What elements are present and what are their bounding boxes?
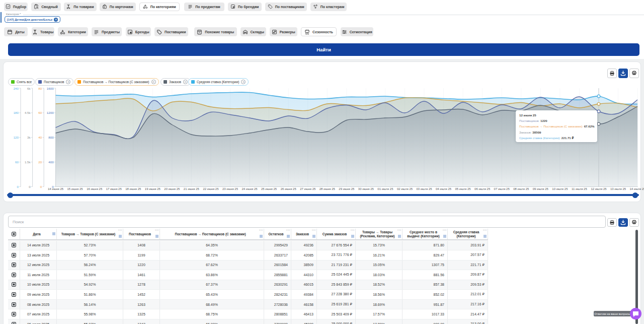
svg-text:12 июля 25: 12 июля 25 xyxy=(591,187,607,190)
svg-text:27 июня 25: 27 июня 25 xyxy=(300,187,316,190)
svg-text:02 июля 25: 02 июля 25 xyxy=(397,187,413,190)
svg-text:0: 0 xyxy=(17,185,19,188)
svg-text:24 июня 25: 24 июня 25 xyxy=(242,187,258,190)
svg-text:23 июня 25: 23 июня 25 xyxy=(222,187,238,190)
svg-text:28 июня 25: 28 июня 25 xyxy=(319,187,336,190)
svg-text:07 июля 25: 07 июля 25 xyxy=(494,187,510,190)
svg-text:3k: 3k xyxy=(27,136,31,139)
svg-text:10 июля 25: 10 июля 25 xyxy=(552,187,568,190)
svg-text:80: 80 xyxy=(38,87,42,90)
svg-text:0: 0 xyxy=(29,185,31,188)
svg-text:0: 0 xyxy=(40,185,42,188)
svg-text:08 июля 25: 08 июля 25 xyxy=(513,187,529,190)
svg-text:30 июня 25: 30 июня 25 xyxy=(358,187,374,190)
svg-text:03 июля 25: 03 июля 25 xyxy=(416,187,432,190)
svg-text:60: 60 xyxy=(15,160,19,164)
svg-text:1.5k: 1.5k xyxy=(25,160,31,164)
svg-text:26 июня 25: 26 июня 25 xyxy=(281,187,297,190)
svg-text:06 июля 25: 06 июля 25 xyxy=(474,187,491,190)
svg-text:22 июня 25: 22 июня 25 xyxy=(203,187,219,190)
svg-text:180: 180 xyxy=(14,111,19,114)
svg-text:16 июня 25: 16 июня 25 xyxy=(87,187,103,190)
svg-text:25 июня 25: 25 июня 25 xyxy=(261,187,277,190)
svg-text:120: 120 xyxy=(14,136,19,139)
svg-text:400: 400 xyxy=(48,160,54,164)
svg-text:800: 800 xyxy=(48,136,54,139)
svg-text:18 июня 25: 18 июня 25 xyxy=(125,187,141,190)
svg-text:05 июля 25: 05 июля 25 xyxy=(455,187,471,190)
svg-text:14 июля 25: 14 июля 25 xyxy=(630,187,644,190)
svg-text:20 июня 25: 20 июня 25 xyxy=(164,187,180,190)
svg-text:19 июня 25: 19 июня 25 xyxy=(145,187,161,190)
svg-text:20: 20 xyxy=(38,160,42,164)
svg-text:40: 40 xyxy=(38,136,42,139)
svg-text:01 июля 25: 01 июля 25 xyxy=(377,187,393,190)
svg-text:21 июня 25: 21 июня 25 xyxy=(184,187,200,190)
svg-text:4.5k: 4.5k xyxy=(25,111,31,114)
svg-text:09 июля 25: 09 июля 25 xyxy=(533,187,549,190)
svg-text:1600: 1600 xyxy=(47,87,54,90)
svg-text:60: 60 xyxy=(38,111,42,114)
svg-text:29 июня 25: 29 июня 25 xyxy=(339,187,355,190)
svg-text:15 июня 25: 15 июня 25 xyxy=(67,187,84,190)
svg-text:240: 240 xyxy=(14,87,19,90)
svg-text:6k: 6k xyxy=(27,87,31,90)
svg-text:04 июля 25: 04 июля 25 xyxy=(436,187,452,190)
svg-text:13 июля 25: 13 июля 25 xyxy=(610,187,626,190)
svg-text:1200: 1200 xyxy=(47,111,54,114)
svg-text:14 июня 25: 14 июня 25 xyxy=(48,187,64,190)
svg-text:17 июня 25: 17 июня 25 xyxy=(106,187,122,190)
svg-text:11 июля 25: 11 июля 25 xyxy=(572,187,587,190)
